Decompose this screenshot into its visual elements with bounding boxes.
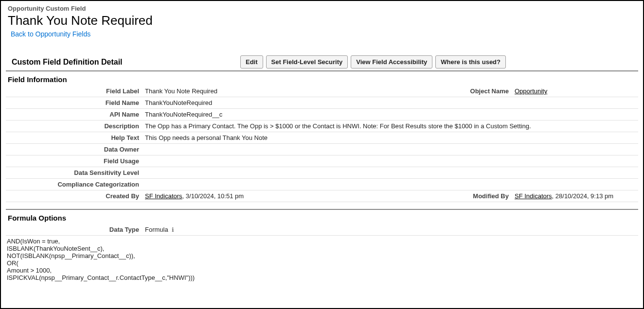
button-bar: Edit Set Field-Level Security View Field… [240, 55, 506, 69]
object-name-value: Opportunity [512, 86, 638, 97]
field-usage-value [142, 155, 638, 167]
modified-by-user-link[interactable]: SF Indicators [515, 192, 552, 200]
modified-by-label: Modified By [429, 190, 512, 202]
formula-options-section-title: Formula Options [6, 210, 638, 224]
where-is-this-used-button[interactable]: Where is this used? [435, 55, 506, 69]
data-owner-label: Data Owner [6, 144, 142, 155]
data-sensitivity-value [142, 167, 638, 179]
api-name-label: API Name [6, 109, 142, 120]
data-type-text: Formula [145, 226, 168, 233]
created-by-value: SF Indicators, 3/10/2024, 10:51 pm [142, 190, 429, 202]
created-by-user-link[interactable]: SF Indicators [145, 192, 182, 200]
created-by-timestamp: , 3/10/2024, 10:51 pm [182, 192, 244, 200]
field-name-value: ThankYouNoteRequired [142, 97, 638, 109]
created-by-label: Created By [6, 190, 142, 202]
data-type-label: Data Type [6, 224, 142, 236]
description-label: Description [6, 120, 142, 132]
api-name-value: ThankYouNoteRequired__c [142, 109, 638, 120]
modified-by-timestamp: , 28/10/2024, 9:13 pm [552, 192, 613, 200]
compliance-categorization-label: Compliance Categorization [6, 179, 142, 190]
formula-text: AND(IsWon = true, ISBLANK(ThankYouNoteSe… [6, 236, 638, 281]
modified-by-value: SF Indicators, 28/10/2024, 9:13 pm [512, 190, 638, 202]
object-name-label: Object Name [429, 86, 512, 97]
object-name-link[interactable]: Opportunity [515, 87, 547, 95]
description-value: The Opp has a Primary Contact. The Opp i… [142, 120, 638, 132]
set-field-level-security-button[interactable]: Set Field-Level Security [266, 55, 348, 69]
page-title: Thank You Note Required [8, 13, 638, 28]
formula-type-icon: ℹ︎ [172, 226, 174, 233]
field-label-value: Thank You Note Required [142, 86, 429, 97]
data-owner-value [142, 144, 638, 155]
help-text-label: Help Text [6, 132, 142, 144]
field-information-section-title: Field Information [6, 71, 638, 86]
field-label-label: Field Label [6, 86, 142, 97]
compliance-categorization-value [142, 179, 638, 190]
field-name-label: Field Name [6, 97, 142, 109]
edit-button[interactable]: Edit [240, 55, 263, 69]
formula-options-table: Data Type Formula ℹ︎ [6, 224, 638, 236]
object-type-label: Opportunity Custom Field [8, 5, 638, 12]
help-text-value: This Opp needs a personal Thank You Note [142, 132, 638, 144]
data-type-value: Formula ℹ︎ [142, 224, 638, 236]
view-field-accessibility-button[interactable]: View Field Accessibility [351, 55, 432, 69]
field-usage-label: Field Usage [6, 155, 142, 167]
data-sensitivity-label: Data Sensitivity Level [6, 167, 142, 179]
back-link[interactable]: Back to Opportunity Fields [11, 30, 90, 38]
detail-section-title: Custom Field Definition Detail [12, 58, 240, 67]
field-information-table: Field Label Thank You Note Required Obje… [6, 86, 638, 202]
